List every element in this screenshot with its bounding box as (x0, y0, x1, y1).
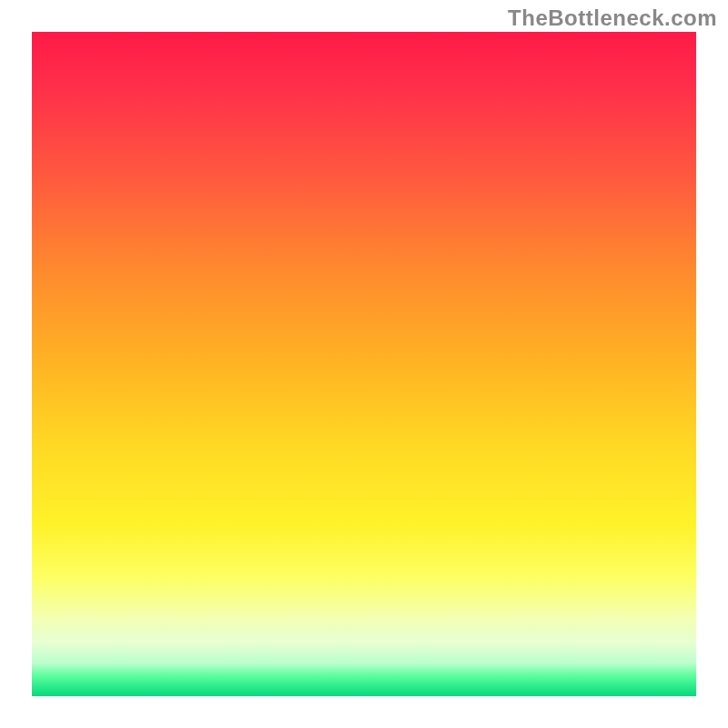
plot-area (32, 32, 696, 696)
watermark-text: TheBottleneck.com (508, 5, 717, 31)
chart-container: TheBottleneck.com (0, 0, 728, 728)
heat-gradient (32, 32, 696, 696)
